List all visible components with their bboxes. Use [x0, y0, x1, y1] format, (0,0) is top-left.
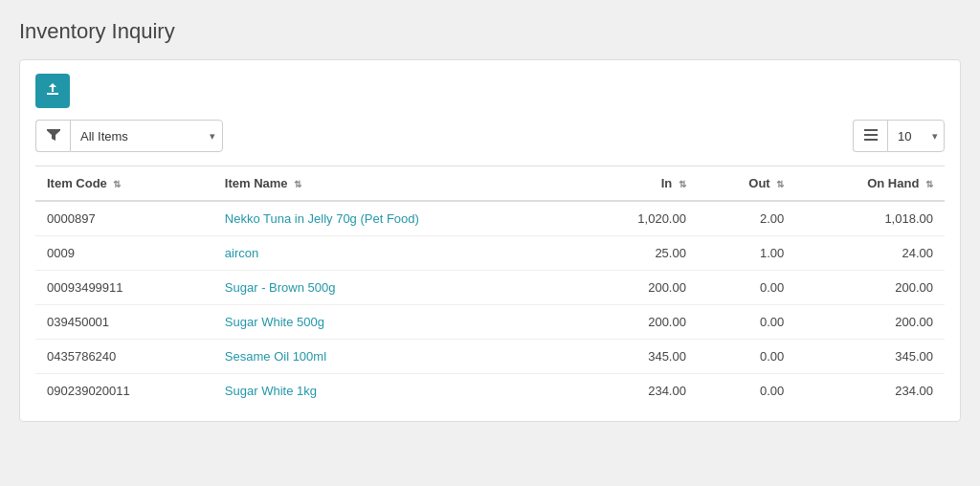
- white-panel: All Items Active Items Inactive Items ▾: [19, 59, 961, 422]
- cell-item-name[interactable]: Sugar White 1kg: [213, 374, 578, 409]
- cell-item-code: 039450001: [35, 305, 213, 340]
- sort-icon-item-code: ⇅: [113, 179, 121, 189]
- cell-on-hand: 1,018.00: [795, 201, 945, 236]
- cell-item-code: 0000897: [35, 201, 213, 236]
- col-header-on-hand[interactable]: On Hand ⇅: [795, 166, 945, 202]
- col-header-in[interactable]: In ⇅: [578, 166, 698, 202]
- cell-in: 1,020.00: [578, 201, 698, 236]
- filter-left: All Items Active Items Inactive Items ▾: [35, 120, 223, 152]
- cell-on-hand: 24.00: [795, 236, 945, 271]
- cell-in: 345.00: [578, 340, 698, 374]
- cell-item-name[interactable]: Nekko Tuna in Jelly 70g (Pet Food): [213, 201, 578, 236]
- cell-in: 25.00: [578, 236, 698, 271]
- cell-out: 0.00: [698, 305, 795, 340]
- page-title: Inventory Inquiry: [19, 19, 961, 44]
- svg-rect-1: [864, 134, 878, 136]
- cell-in: 234.00: [578, 374, 698, 409]
- filter-row: All Items Active Items Inactive Items ▾: [35, 120, 945, 152]
- table-row: 039450001Sugar White 500g200.000.00200.0…: [35, 305, 945, 340]
- page-size-wrapper: 10 25 50 100 ▾: [887, 120, 945, 152]
- svg-rect-0: [864, 129, 878, 131]
- col-header-out[interactable]: Out ⇅: [698, 166, 795, 202]
- table-row: 090239020011Sugar White 1kg234.000.00234…: [35, 374, 945, 409]
- list-view-icon: [864, 128, 878, 144]
- toolbar-row: [35, 74, 945, 108]
- cell-item-name[interactable]: Sesame Oil 100ml: [213, 340, 578, 374]
- cell-on-hand: 200.00: [795, 305, 945, 340]
- table-header-row: Item Code ⇅ Item Name ⇅ In ⇅ Out ⇅: [35, 166, 945, 202]
- cell-out: 1.00: [698, 236, 795, 271]
- table-row: 0435786240Sesame Oil 100ml345.000.00345.…: [35, 340, 945, 374]
- cell-out: 0.00: [698, 340, 795, 374]
- upload-button[interactable]: [35, 74, 70, 108]
- cell-item-code: 090239020011: [35, 374, 213, 409]
- cell-item-name[interactable]: Sugar - Brown 500g: [213, 271, 578, 305]
- sort-icon-in: ⇅: [679, 179, 686, 189]
- cell-in: 200.00: [578, 305, 698, 340]
- cell-item-code: 00093499911: [35, 271, 213, 305]
- col-header-item-code[interactable]: Item Code ⇅: [35, 166, 213, 202]
- cell-out: 2.00: [698, 201, 795, 236]
- cell-out: 0.00: [698, 374, 795, 409]
- cell-item-code: 0009: [35, 236, 213, 271]
- filter-icon: [47, 129, 60, 144]
- svg-rect-2: [864, 139, 878, 141]
- sort-icon-item-name: ⇅: [294, 179, 301, 189]
- cell-on-hand: 345.00: [795, 340, 945, 374]
- page-container: Inventory Inquiry: [0, 0, 980, 486]
- cell-out: 0.00: [698, 271, 795, 305]
- right-controls: 10 25 50 100 ▾: [853, 120, 945, 152]
- filter-select-wrapper: All Items Active Items Inactive Items ▾: [70, 120, 223, 152]
- cell-on-hand: 200.00: [795, 271, 945, 305]
- cell-in: 200.00: [578, 271, 698, 305]
- page-size-dropdown[interactable]: 10 25 50 100: [887, 120, 945, 152]
- col-header-item-name[interactable]: Item Name ⇅: [213, 166, 578, 202]
- sort-icon-out: ⇅: [776, 179, 784, 189]
- table-row: 00093499911Sugar - Brown 500g200.000.002…: [35, 271, 945, 305]
- list-view-button[interactable]: [853, 120, 887, 152]
- cell-item-code: 0435786240: [35, 340, 213, 374]
- table-row: 0000897Nekko Tuna in Jelly 70g (Pet Food…: [35, 201, 945, 236]
- cell-item-name[interactable]: aircon: [213, 236, 578, 271]
- cell-on-hand: 234.00: [795, 374, 945, 409]
- filter-icon-button[interactable]: [35, 120, 70, 152]
- inventory-table: Item Code ⇅ Item Name ⇅ In ⇅ Out ⇅: [35, 166, 945, 408]
- sort-icon-on-hand: ⇅: [925, 179, 933, 189]
- upload-icon: [45, 81, 60, 100]
- cell-item-name[interactable]: Sugar White 500g: [213, 305, 578, 340]
- table-row: 0009aircon25.001.0024.00: [35, 236, 945, 271]
- filter-dropdown[interactable]: All Items Active Items Inactive Items: [70, 120, 223, 152]
